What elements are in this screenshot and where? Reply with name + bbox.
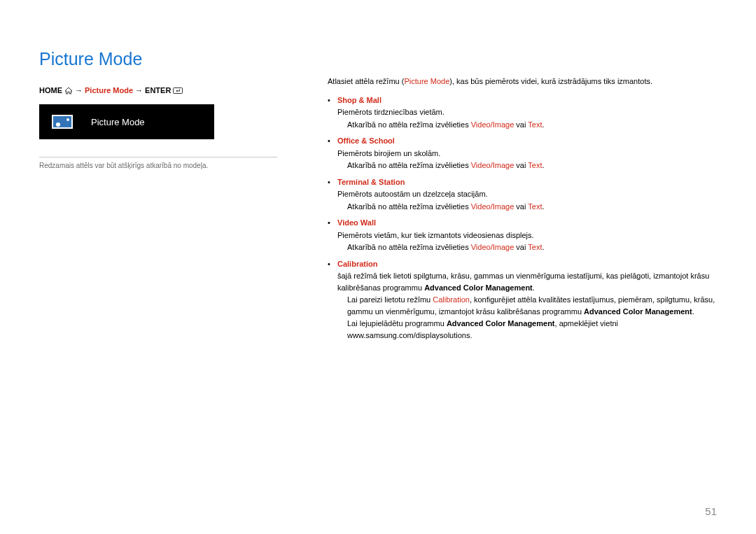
mode-desc: šajā režīmā tiek lietoti spilgtuma, krās…	[337, 270, 717, 293]
page-number: 51	[705, 505, 717, 517]
enter-icon	[173, 87, 183, 94]
mode-subnote: Atkarībā no attēla režīma izvēlieties Vi…	[337, 201, 717, 213]
intro-post: ), kas būs piemērots videi, kurā izstrād…	[449, 77, 652, 85]
mode-subnote: Atkarībā no attēla režīma izvēlieties Vi…	[337, 241, 717, 253]
mode-subnote: Lai pareizi lietotu režīmu Calibration, …	[337, 294, 717, 317]
ui-preview-label: Picture Mode	[91, 117, 145, 127]
mode-name: Shop & Mall	[337, 94, 717, 106]
intro-term: Picture Mode	[404, 77, 449, 85]
breadcrumb-picture-mode: Picture Mode	[85, 86, 133, 94]
mode-name: Office & School	[337, 135, 717, 147]
note-text: Redzamais attēls var būt atšķirīgs atkar…	[39, 162, 277, 169]
breadcrumb-home: HOME	[39, 86, 62, 94]
list-item-calibration: Calibration šajā režīmā tiek lietoti spi…	[328, 258, 717, 342]
arrow-icon: →	[135, 86, 143, 94]
svg-rect-0	[174, 87, 183, 93]
picture-mode-icon	[52, 115, 73, 129]
mode-desc: Piemērots autoostām un dzelzceļa stacijā…	[337, 188, 717, 200]
page-title: Picture Mode	[39, 49, 277, 69]
list-item-video-wall: Video Wall Piemērots vietām, kur tiek iz…	[328, 217, 717, 253]
breadcrumb: HOME → Picture Mode → ENTER	[39, 86, 277, 94]
arrow-icon: →	[75, 86, 83, 94]
mode-subnote: Atkarībā no attēla režīma izvēlieties Vi…	[337, 160, 717, 171]
divider	[39, 157, 277, 157]
ui-preview: Picture Mode	[39, 104, 214, 139]
intro-text: Atlasiet attēla režīmu (Picture Mode), k…	[328, 76, 717, 87]
mode-subnote: Lai lejupielādētu programmu Advanced Col…	[337, 318, 717, 341]
home-icon	[64, 87, 73, 94]
mode-desc: Piemērots vietām, kur tiek izmantots vid…	[337, 230, 717, 241]
mode-desc: Piemērots tirdzniecības vietām.	[337, 106, 717, 118]
mode-name: Terminal & Station	[337, 176, 717, 188]
list-item-shop-mall: Shop & Mall Piemērots tirdzniecības viet…	[328, 94, 717, 131]
mode-subnote: Atkarībā no attēla režīma izvēlieties Vi…	[337, 119, 717, 131]
mode-list: Shop & Mall Piemērots tirdzniecības viet…	[328, 94, 717, 342]
mode-name: Calibration	[337, 258, 717, 270]
list-item-terminal-station: Terminal & Station Piemērots autoostām u…	[328, 176, 717, 213]
breadcrumb-enter: ENTER	[145, 86, 171, 94]
mode-desc: Piemērots birojiem un skolām.	[337, 148, 717, 160]
mode-name: Video Wall	[337, 217, 717, 229]
intro-pre: Atlasiet attēla režīmu (	[328, 77, 404, 85]
list-item-office-school: Office & School Piemērots birojiem un sk…	[328, 135, 717, 171]
